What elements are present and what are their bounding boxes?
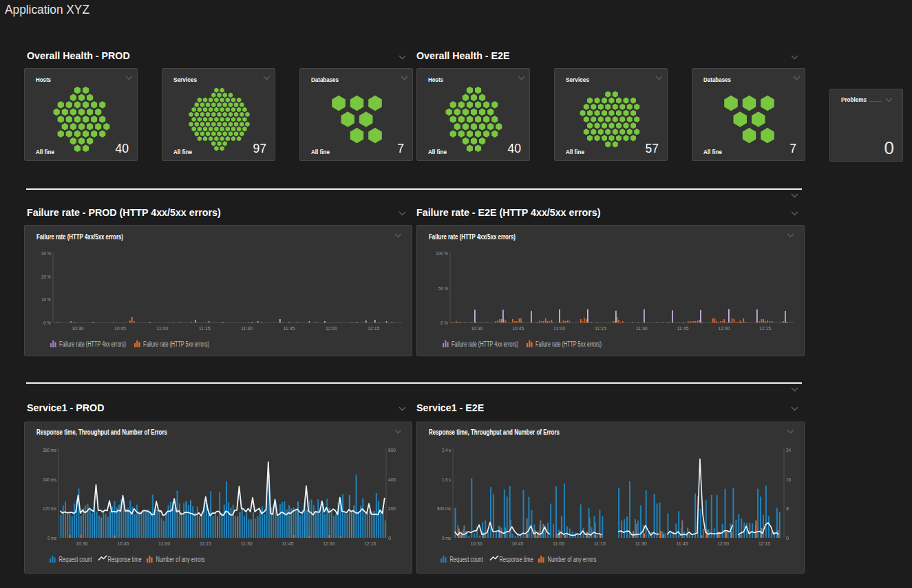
svg-text:0 ms: 0 ms (442, 535, 451, 541)
svg-text:Failure rate (HTTP 4xx/5xx err: Failure rate (HTTP 4xx/5xx errors) (36, 233, 123, 241)
svg-text:2.4 s: 2.4 s (442, 447, 451, 453)
svg-text:97: 97 (253, 142, 266, 155)
svg-text:All fine: All fine (173, 148, 192, 155)
svg-text:11:00: 11:00 (156, 325, 168, 331)
svg-text:Problems: Problems (841, 96, 867, 103)
svg-text:12:15: 12:15 (759, 325, 771, 331)
svg-text:600: 600 (388, 447, 396, 453)
svg-text:20 %: 20 % (41, 274, 51, 280)
svg-text:12:00: 12:00 (717, 541, 729, 547)
svg-text:12:00: 12:00 (323, 541, 335, 547)
svg-text:11:15: 11:15 (199, 325, 211, 331)
svg-text:0: 0 (786, 535, 789, 541)
svg-text:All fine: All fine (36, 148, 54, 155)
svg-text:1.6 s: 1.6 s (442, 477, 451, 483)
svg-text:All fine: All fine (311, 148, 330, 155)
svg-text:Databases: Databases (703, 76, 731, 83)
svg-text:10 %: 10 % (41, 296, 51, 303)
svg-text:11:30: 11:30 (241, 325, 253, 331)
svg-text:11:15: 11:15 (595, 325, 606, 331)
svg-text:Response time: Response time (108, 556, 142, 563)
svg-text:Response time, Throughput and: Response time, Throughput and Number of … (36, 428, 167, 436)
svg-text:10:45: 10:45 (117, 541, 129, 547)
svg-text:0 %: 0 % (441, 320, 448, 326)
svg-text:11:45: 11:45 (284, 325, 295, 331)
svg-text:Response time: Response time (500, 556, 533, 563)
svg-text:11:00: 11:00 (553, 325, 565, 331)
svg-text:11:00: 11:00 (158, 541, 170, 547)
svg-text:All fine: All fine (428, 148, 447, 155)
svg-text:360 ms: 360 ms (43, 447, 56, 453)
svg-text:11:00: 11:00 (553, 541, 564, 547)
svg-text:40: 40 (508, 142, 522, 155)
svg-text:Request count: Request count (450, 556, 483, 563)
svg-text:100 %: 100 % (436, 250, 448, 257)
svg-text:57: 57 (646, 142, 659, 155)
svg-text:11:15: 11:15 (200, 541, 211, 547)
svg-text:40: 40 (116, 142, 129, 155)
svg-text:11:30: 11:30 (635, 541, 647, 547)
svg-text:11:45: 11:45 (282, 541, 294, 547)
svg-text:200: 200 (388, 505, 396, 512)
svg-text:11:45: 11:45 (677, 325, 689, 331)
svg-text:All fine: All fine (703, 148, 722, 155)
svg-text:24: 24 (786, 447, 791, 453)
svg-text:Number of any errors: Number of any errors (156, 556, 205, 563)
svg-text:0: 0 (388, 535, 391, 541)
svg-text:10:45: 10:45 (114, 325, 126, 331)
svg-text:7: 7 (789, 142, 796, 155)
svg-text:12:15: 12:15 (368, 325, 379, 331)
svg-text:7: 7 (397, 142, 404, 155)
svg-text:Failure rate (HTTP 4xx errors): Failure rate (HTTP 4xx errors) (452, 340, 518, 348)
svg-text:Failure rate (HTTP 4xx errors): Failure rate (HTTP 4xx errors) (59, 340, 126, 348)
svg-text:Services: Services (173, 76, 197, 83)
svg-text:Failure rate (HTTP 5xx errors): Failure rate (HTTP 5xx errors) (143, 340, 209, 348)
svg-text:10:45: 10:45 (512, 325, 524, 331)
svg-text:12:15: 12:15 (364, 541, 376, 547)
svg-text:Hosts: Hosts (428, 76, 443, 83)
svg-text:11:30: 11:30 (241, 541, 253, 547)
svg-text:Number of any errors: Number of any errors (548, 556, 597, 563)
svg-text:50 %: 50 % (438, 285, 448, 292)
svg-text:Services: Services (566, 76, 589, 83)
svg-text:16: 16 (786, 477, 791, 483)
svg-text:0 %: 0 % (43, 320, 51, 326)
svg-text:Hosts: Hosts (36, 76, 51, 83)
svg-text:11:15: 11:15 (594, 541, 606, 547)
svg-text:Request count: Request count (59, 556, 92, 563)
svg-text:10:30: 10:30 (471, 541, 482, 547)
svg-text:12:00: 12:00 (326, 325, 337, 331)
svg-text:30 %: 30 % (41, 250, 51, 257)
svg-text:Databases: Databases (311, 76, 339, 83)
svg-text:10:30: 10:30 (76, 541, 88, 547)
svg-text:800 ms: 800 ms (437, 505, 451, 512)
svg-text:11:45: 11:45 (677, 541, 688, 547)
svg-text:8: 8 (786, 505, 789, 512)
svg-text:Response time, Throughput and: Response time, Throughput and Number of … (429, 428, 560, 436)
svg-text:0 ms: 0 ms (47, 535, 56, 541)
svg-text:10:30: 10:30 (72, 325, 84, 331)
svg-text:All fine: All fine (566, 148, 584, 155)
svg-text:12:00: 12:00 (718, 325, 730, 331)
svg-text:240 ms: 240 ms (43, 477, 56, 483)
svg-text:120 ms: 120 ms (43, 505, 56, 512)
svg-text:10:45: 10:45 (511, 541, 523, 547)
svg-text:10:30: 10:30 (471, 325, 483, 331)
svg-text:Failure rate (HTTP 5xx errors): Failure rate (HTTP 5xx errors) (535, 340, 602, 348)
svg-text:0: 0 (884, 138, 894, 158)
svg-text:Failure rate (HTTP 4xx/5xx err: Failure rate (HTTP 4xx/5xx errors) (429, 233, 516, 241)
svg-text:12:15: 12:15 (759, 541, 770, 547)
svg-text:11:30: 11:30 (636, 325, 648, 331)
svg-text:400: 400 (388, 477, 396, 483)
